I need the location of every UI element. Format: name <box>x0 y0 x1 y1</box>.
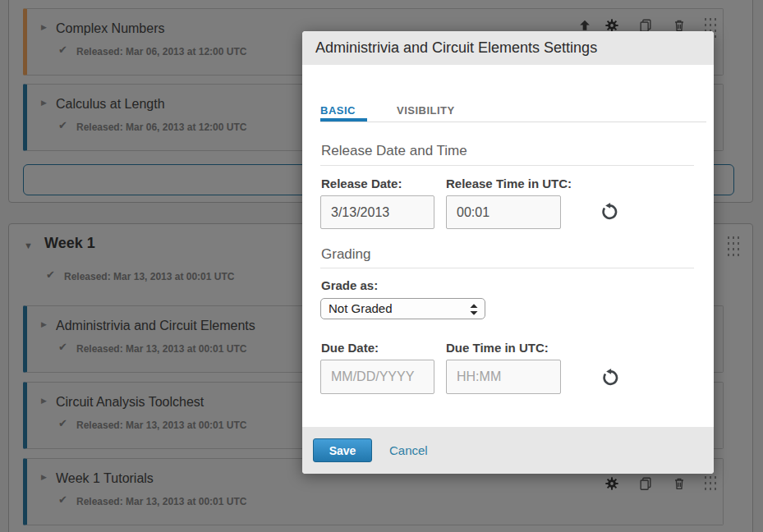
grade-as-value: Not Graded <box>329 301 393 315</box>
tab-rule <box>320 122 706 122</box>
due-time-input[interactable] <box>446 360 561 394</box>
cancel-link[interactable]: Cancel <box>389 443 428 457</box>
release-time-input[interactable] <box>446 195 561 229</box>
due-reset-icon[interactable] <box>601 368 619 386</box>
due-date-input[interactable] <box>320 360 434 394</box>
release-section-heading: Release Date and Time <box>321 143 467 159</box>
due-date-label: Due Date: <box>321 341 379 355</box>
release-date-label: Release Date: <box>321 177 402 190</box>
modal-footer: Save Cancel <box>302 427 714 474</box>
grade-as-label: Grade as: <box>321 278 378 292</box>
divider <box>320 165 694 166</box>
select-arrows-icon <box>467 301 481 318</box>
release-reset-icon[interactable] <box>600 202 618 220</box>
divider <box>320 268 694 268</box>
tab-basic[interactable]: BASIC <box>320 104 356 117</box>
due-time-label: Due Time in UTC: <box>446 341 549 355</box>
release-time-label: Release Time in UTC: <box>446 177 572 190</box>
modal-title: Administrivia and Circuit Elements Setti… <box>302 31 714 65</box>
grade-as-select[interactable]: Not Graded <box>320 298 485 319</box>
settings-modal: Administrivia and Circuit Elements Setti… <box>302 31 714 474</box>
course-outline-page: ▶ Complex Numbers ✔ Released: Mar 06, 20… <box>0 0 763 532</box>
tab-visibility[interactable]: VISIBILITY <box>397 104 455 117</box>
save-button[interactable]: Save <box>313 438 372 462</box>
release-date-input[interactable] <box>320 195 434 229</box>
grading-section-heading: Grading <box>321 246 370 263</box>
